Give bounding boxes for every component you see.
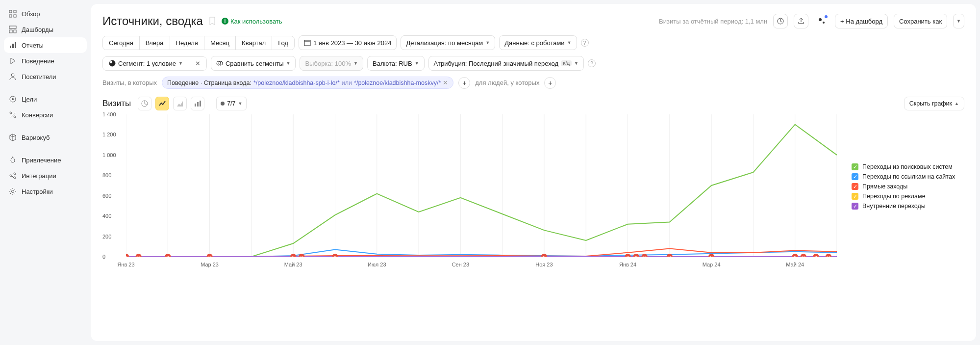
save-as-button[interactable]: Сохранить как — [894, 14, 947, 28]
ytick: 1 400 — [102, 111, 116, 117]
nav-visitors[interactable]: Посетители — [4, 69, 87, 84]
svg-line-20 — [12, 174, 14, 176]
legend-count-button[interactable]: 7/7▼ — [216, 97, 247, 110]
nav-conversions[interactable]: Конверсии — [4, 107, 87, 123]
chevron-down-icon: ▼ — [415, 61, 419, 66]
nav-label: Посетители — [22, 73, 56, 80]
ytick: 200 — [102, 234, 111, 239]
legend-label: Переходы из поисковых систем — [862, 163, 953, 170]
pie-view-button[interactable] — [138, 97, 151, 110]
nav-goals[interactable]: Цели — [4, 91, 87, 107]
legend-item[interactable]: ✓Переходы из поисковых систем — [852, 163, 964, 170]
legend-swatch: ✓ — [852, 173, 858, 180]
time-quarter[interactable]: Квартал — [236, 36, 272, 50]
date-range-button[interactable]: 1 янв 2023 — 30 июн 2024 — [299, 35, 397, 50]
svg-text:н: н — [137, 255, 140, 257]
legend-item[interactable]: ✓Прямые заходы — [852, 183, 964, 190]
xtick: Ноя 23 — [535, 262, 553, 267]
svg-text:н: н — [627, 255, 629, 257]
area-view-button[interactable] — [173, 97, 187, 110]
svg-point-24 — [819, 18, 822, 21]
compare-segments-button[interactable]: Сравнить сегменты▼ — [211, 56, 296, 71]
xtick: Май 23 — [284, 262, 302, 267]
add-dashboard-button[interactable]: + На дашборд — [835, 14, 888, 28]
nav-behavior[interactable]: Поведение — [4, 53, 87, 69]
add-people-filter[interactable]: + — [544, 77, 556, 89]
save-as-dropdown[interactable]: ▼ — [953, 14, 964, 28]
add-visit-filter[interactable]: + — [458, 77, 470, 89]
segment-button[interactable]: Сегмент: 1 условие ▼ — [103, 57, 189, 70]
legend-item[interactable]: ✓Переходы по ссылкам на сайтах — [852, 173, 964, 180]
hide-chart-button[interactable]: Скрыть график▲ — [904, 97, 964, 110]
currency-button[interactable]: Валюта: RUB▼ — [367, 56, 425, 71]
svg-point-25 — [823, 22, 825, 24]
detail-button[interactable]: Детализация: по месяцам▼ — [401, 35, 495, 50]
chip-remove[interactable]: ✕ — [443, 79, 448, 86]
xtick: Май 24 — [786, 262, 804, 267]
xtick: Июл 23 — [368, 262, 386, 267]
legend-item[interactable]: ✓Переходы по рекламе — [852, 193, 964, 200]
chevron-down-icon: ▼ — [178, 61, 183, 66]
legend-item[interactable]: ✓Внутренние переходы — [852, 203, 964, 210]
cube-icon — [9, 133, 17, 141]
svg-text:н: н — [828, 255, 830, 257]
attribution-button[interactable]: Атрибуция: Последний значимый переходК/Д… — [428, 56, 584, 71]
dot-icon — [221, 102, 225, 106]
pie-icon — [141, 100, 148, 107]
svg-text:н: н — [635, 255, 637, 257]
svg-text:н: н — [643, 255, 646, 257]
nav-variocube[interactable]: Вариокуб — [4, 130, 87, 145]
info-icon[interactable]: ? — [581, 39, 589, 47]
history-button[interactable] — [773, 14, 788, 28]
legend-swatch: ✓ — [852, 183, 858, 190]
time-today[interactable]: Сегодня — [103, 36, 140, 50]
grid-icon — [9, 10, 17, 18]
chevron-down-icon: ▼ — [956, 19, 961, 24]
svg-text:н: н — [126, 255, 127, 257]
time-year[interactable]: Год — [272, 36, 294, 50]
svg-rect-5 — [9, 30, 12, 33]
howto-link[interactable]: iКак использовать — [222, 18, 282, 25]
chevron-down-icon: ▼ — [574, 61, 578, 66]
svg-point-19 — [14, 177, 16, 179]
svg-point-13 — [12, 98, 14, 100]
legend-label: Переходы по ссылкам на сайтах — [862, 173, 955, 180]
legend-swatch: ✓ — [852, 193, 858, 200]
info-icon[interactable]: ? — [588, 59, 596, 67]
chevron-down-icon: ▼ — [485, 40, 490, 45]
segment-clear[interactable]: ✕ — [189, 57, 206, 70]
data-mode-button[interactable]: Данные: с роботами▼ — [499, 35, 577, 50]
nav-acquisition[interactable]: Привлечение — [4, 152, 87, 168]
time-yesterday[interactable]: Вчера — [140, 36, 170, 50]
svg-text:н: н — [794, 255, 796, 257]
svg-line-21 — [12, 176, 14, 178]
chart-title: Визиты — [102, 99, 131, 108]
filter-chip[interactable]: Поведение · Страница входа: */poleznoe/k… — [162, 77, 453, 89]
nav-integrations[interactable]: Интеграции — [4, 168, 87, 184]
nav-dashboards[interactable]: Дашборды — [4, 22, 87, 37]
svg-rect-33 — [197, 102, 199, 106]
nav-settings[interactable]: Настройки — [4, 184, 87, 199]
line-icon — [159, 100, 166, 107]
bookmark-icon[interactable] — [209, 17, 216, 26]
bar-icon — [9, 41, 17, 49]
calendar-icon — [304, 39, 311, 46]
nav-label: Обзор — [22, 10, 40, 18]
people-in-label: для людей, у которых — [475, 79, 539, 86]
sampling-button[interactable]: Выборка: 100%▼ — [300, 56, 363, 71]
nav-obzor[interactable]: Обзор — [4, 6, 87, 22]
line-view-button[interactable] — [155, 97, 169, 110]
nav-reports[interactable]: Отчеты — [4, 37, 87, 53]
nav-label: Поведение — [22, 57, 54, 65]
svg-point-11 — [11, 74, 14, 77]
share-button[interactable] — [794, 14, 808, 28]
svg-text:н: н — [301, 255, 303, 257]
nav-label: Отчеты — [22, 42, 44, 49]
svg-rect-2 — [9, 15, 12, 17]
time-month[interactable]: Месяц — [204, 36, 236, 50]
legend-label: Внутренние переходы — [862, 203, 926, 210]
chevron-down-icon: ▼ — [353, 61, 358, 66]
time-week[interactable]: Неделя — [170, 36, 204, 50]
bar-view-button[interactable] — [191, 97, 204, 110]
ai-button[interactable] — [814, 14, 829, 28]
